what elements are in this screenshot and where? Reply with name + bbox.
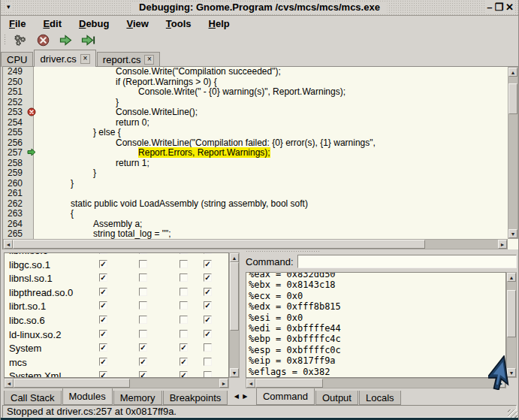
bottom-tab-output[interactable]: Output [315, 391, 358, 405]
code-line-262[interactable]: 262 static public void LoadAssembly (str… [3, 199, 508, 210]
maximize-button[interactable]: ❐ [494, 1, 503, 14]
step-button[interactable] [78, 32, 98, 48]
module-checkbox-checked[interactable]: ✓ [99, 358, 107, 366]
bottom-tab-modules[interactable]: Modules [62, 388, 113, 405]
module-checkbox-checked[interactable]: ✓ [180, 358, 188, 366]
module-checkbox-checked[interactable]: ✓ [99, 371, 107, 378]
module-checkbox-unchecked[interactable] [204, 343, 212, 352]
code-line-253[interactable]: 253 Console.WriteLine(); [3, 107, 508, 118]
scrollbar-thumb[interactable] [230, 262, 239, 331]
module-row-system-xml[interactable]: System.Xml✓✓✓ [5, 369, 228, 378]
code-line-255[interactable]: 255 } else { [3, 128, 508, 138]
tab-driver-cs[interactable]: driver.cs× [34, 50, 95, 67]
code-line-265[interactable]: 265 string total_log = ""; [3, 229, 508, 239]
scroll-arrow-up-icon[interactable]: ▲ [507, 273, 516, 282]
editor-horizontal-scrollbar[interactable]: ◄► [3, 239, 508, 249]
module-checkbox-unchecked[interactable] [180, 273, 188, 282]
bottom-tab-call-stack[interactable]: Call Stack [4, 391, 62, 405]
code-line-254[interactable]: 254 return 0; [3, 118, 508, 128]
tab-report-cs[interactable]: report.cs× [97, 52, 161, 67]
editor-vertical-scrollbar[interactable]: ▲▼ [508, 67, 518, 239]
module-row-libpthread-so-0[interactable]: libpthread.so.0✓✓ [5, 286, 228, 300]
tab-close-icon[interactable]: × [144, 55, 154, 65]
code-line-256[interactable]: 256 Console.WriteLine("Compilation faile… [3, 138, 508, 149]
module-checkbox-unchecked[interactable] [139, 316, 147, 324]
stop-button[interactable] [33, 32, 53, 48]
code-line-264[interactable]: 264 Assembly a; [3, 219, 508, 230]
module-checkbox-checked[interactable]: ✓ [204, 260, 212, 268]
module-row-librt-so-1[interactable]: librt.so.1✓✓ [5, 299, 228, 313]
module-checkbox-checked[interactable]: ✓ [99, 330, 107, 338]
code-line-259[interactable]: 259 } [3, 168, 508, 179]
scroll-arrow-down-icon[interactable]: ▼ [508, 229, 517, 238]
bottom-tab-locals[interactable]: Locals [359, 391, 401, 405]
code-line-250[interactable]: 250 if (Report.Warnings > 0) { [3, 77, 508, 88]
module-row-libc-so-6[interactable]: libc.so.6✓✓ [5, 313, 228, 328]
bottom-tab-command[interactable]: Command [256, 388, 315, 405]
window-menu-icon[interactable]: ▾ [5, 3, 13, 11]
module-checkbox-unchecked[interactable] [180, 252, 188, 254]
modules-vertical-scrollbar[interactable]: ▲▼ [229, 252, 240, 378]
scroll-arrow-down-icon[interactable]: ▼ [507, 368, 516, 377]
module-checkbox-unchecked[interactable] [139, 252, 147, 254]
module-checkbox-unchecked[interactable] [139, 260, 147, 268]
run-button[interactable] [11, 32, 30, 48]
tab-scroll-back-button[interactable]: ◀ [234, 393, 239, 400]
scrollbar-thumb[interactable] [255, 379, 323, 388]
module-checkbox-unchecked[interactable] [180, 316, 188, 324]
module-checkbox-checked[interactable]: ✓ [99, 260, 107, 268]
module-checkbox-checked[interactable]: ✓ [204, 273, 212, 282]
code-line-258[interactable]: 258 return 1; [3, 159, 508, 169]
module-row-mcs[interactable]: mcs✓✓✓ [5, 355, 228, 370]
module-checkbox-unchecked[interactable] [180, 301, 188, 310]
menu-item-tools[interactable]: Tools [164, 17, 194, 30]
module-checkbox-unchecked[interactable] [139, 301, 147, 310]
modules-list[interactable]: libm.so.6✓✓libgc.so.1✓✓libnsl.so.1✓✓libp… [4, 252, 229, 378]
close-button[interactable]: ✕ [505, 1, 514, 14]
module-checkbox-checked[interactable]: ✓ [99, 301, 107, 310]
module-checkbox-checked[interactable]: ✓ [204, 316, 212, 324]
code-line-257[interactable]: 257 Report.Errors, Report.Warnings); [3, 148, 508, 159]
bottom-tab-memory[interactable]: Memory [113, 391, 162, 405]
code-line-251[interactable]: 251 Console.Write(" - {0} warning(s)", R… [3, 87, 508, 98]
module-checkbox-checked[interactable]: ✓ [139, 343, 147, 352]
scroll-arrow-left-icon[interactable]: ◄ [4, 240, 13, 249]
module-checkbox-checked[interactable]: ✓ [99, 288, 107, 296]
menu-item-edit[interactable]: Edit [41, 17, 64, 30]
scrollbar-thumb[interactable] [507, 290, 516, 337]
scrollbar-thumb[interactable] [13, 240, 425, 249]
scroll-arrow-left-icon[interactable]: ◄ [246, 379, 255, 388]
scrollbar-thumb[interactable] [508, 83, 517, 114]
module-row-system[interactable]: System✓✓✓ [5, 341, 228, 355]
title-bar[interactable]: ▾ Debugging: Gnome.Program /cvs/mcs/mcs/… [1, 0, 518, 16]
module-row-libm-so-6[interactable]: libm.so.6✓✓ [5, 252, 228, 258]
menu-item-file[interactable]: File [7, 17, 28, 30]
module-checkbox-unchecked[interactable] [180, 288, 188, 296]
scroll-arrow-down-icon[interactable]: ▼ [230, 368, 239, 377]
module-row-libnsl-so-1[interactable]: libnsl.so.1✓✓ [5, 271, 228, 286]
module-checkbox-checked[interactable]: ✓ [180, 371, 188, 378]
code-line-252[interactable]: 252 } [3, 98, 508, 108]
toolbar-handle[interactable] [4, 34, 7, 46]
module-checkbox-checked[interactable]: ✓ [99, 252, 107, 254]
module-checkbox-checked[interactable]: ✓ [99, 316, 107, 324]
scroll-arrow-up-icon[interactable]: ▲ [508, 68, 517, 77]
module-checkbox-unchecked[interactable] [204, 371, 212, 378]
code-line-249[interactable]: 249 Console.Write("Compilation succeeded… [3, 67, 508, 77]
command-vertical-scrollbar[interactable]: ▲▼ [506, 272, 517, 378]
module-checkbox-unchecked[interactable] [180, 330, 188, 338]
scroll-arrow-up-icon[interactable]: ▲ [230, 253, 239, 262]
module-checkbox-checked[interactable]: ✓ [99, 273, 107, 282]
scrollbar-thumb[interactable] [14, 379, 130, 388]
tab-scroll-forward-button[interactable]: ▶ [243, 393, 247, 400]
module-checkbox-checked[interactable]: ✓ [204, 252, 212, 254]
scroll-arrow-left-icon[interactable]: ◄ [5, 379, 14, 388]
code-line-260[interactable]: 260 } [3, 179, 508, 189]
modules-horizontal-scrollbar[interactable]: ◄► [4, 378, 229, 388]
current-line-icon[interactable] [27, 148, 38, 156]
module-row-ld-linux-so-2[interactable]: ld-linux.so.2✓✓ [5, 328, 228, 342]
menu-item-debug[interactable]: Debug [77, 17, 111, 30]
module-checkbox-unchecked[interactable] [139, 330, 147, 338]
code-pane[interactable]: 249 Console.Write("Compilation succeeded… [3, 67, 508, 239]
module-checkbox-unchecked[interactable] [139, 273, 147, 282]
